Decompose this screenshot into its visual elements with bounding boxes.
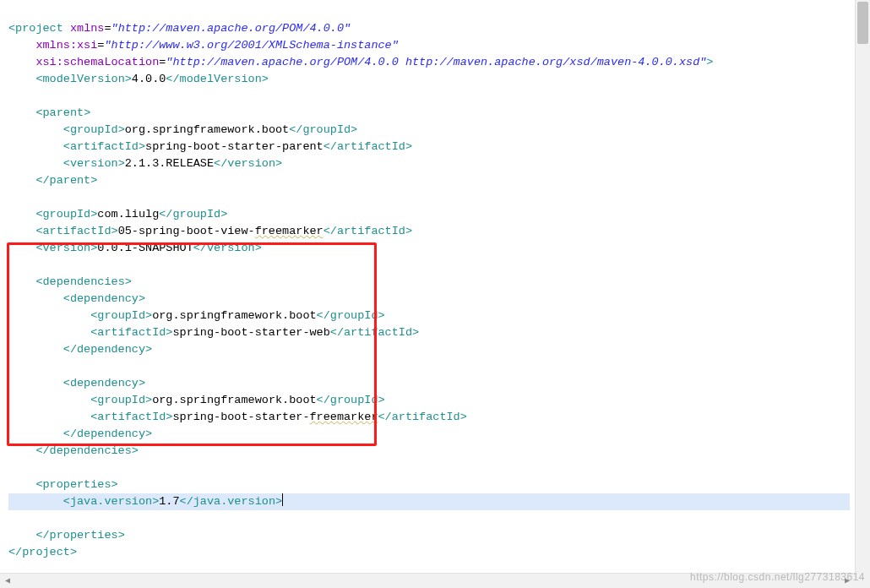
blank-4: [8, 360, 15, 373]
line-dep2-groupid: <groupId>org.springframework.boot</group…: [8, 394, 385, 406]
scroll-right-icon[interactable]: ▶: [840, 574, 855, 588]
line-parent-close: </parent>: [8, 174, 97, 187]
line-dep2-open: <dependency>: [8, 377, 145, 389]
line-dep2-close: </dependency>: [8, 427, 152, 440]
horizontal-scrollbar[interactable]: ◀ ▶: [0, 573, 855, 588]
line-xmlns-xsi: xmlns:xsi="http://www.w3.org/2001/XMLSch…: [8, 39, 399, 52]
line-dep1-open: <dependency>: [8, 292, 145, 305]
line-proj-groupid: <groupId>com.liulg</groupId>: [8, 208, 227, 220]
line-parent-open: <parent>: [8, 106, 90, 119]
vertical-scrollbar[interactable]: [855, 0, 870, 573]
line-parent-version: <version>2.1.3.RELEASE</version>: [8, 157, 282, 170]
blank-3: [8, 259, 15, 271]
line-deps-open: <dependencies>: [8, 275, 132, 288]
line-properties-open: <properties>: [8, 478, 118, 491]
line-dep1-artifactid: <artifactId>spring-boot-starter-web</art…: [8, 326, 419, 339]
xml-editor[interactable]: <project xmlns="http://maven.apache.org/…: [0, 0, 853, 573]
line-dep1-close: </dependency>: [8, 343, 152, 356]
blank-2: [8, 191, 15, 204]
line-parent-groupid: <groupId>org.springframework.boot</group…: [8, 123, 357, 136]
line-proj-version: <version>0.0.1-SNAPSHOT</version>: [8, 242, 262, 254]
line-project-open: <project xmlns="http://maven.apache.org/…: [8, 22, 351, 35]
blank-5: [8, 461, 15, 474]
text-caret: [282, 493, 283, 506]
line-xsi-schema: xsi:schemaLocation="http://maven.apache.…: [8, 56, 713, 68]
line-properties-close: </properties>: [8, 529, 125, 542]
scroll-left-icon[interactable]: ◀: [0, 574, 15, 588]
line-proj-artifactid: <artifactId>05-spring-boot-view-freemark…: [8, 225, 412, 237]
line-parent-artifactid: <artifactId>spring-boot-starter-parent</…: [8, 140, 412, 153]
line-java-version-highlighted: <java.version>1.7</java.version>: [8, 493, 850, 510]
blank-1: [8, 90, 15, 102]
line-dep2-artifactid: <artifactId>spring-boot-starter-freemark…: [8, 411, 467, 423]
scrollbar-corner: [855, 573, 870, 588]
vertical-scrollbar-thumb[interactable]: [857, 2, 868, 44]
line-model-version: <modelVersion>4.0.0</modelVersion>: [8, 73, 269, 85]
line-deps-close: </dependencies>: [8, 444, 139, 457]
line-dep1-groupid: <groupId>org.springframework.boot</group…: [8, 309, 385, 322]
line-project-close: </project>: [8, 546, 77, 558]
